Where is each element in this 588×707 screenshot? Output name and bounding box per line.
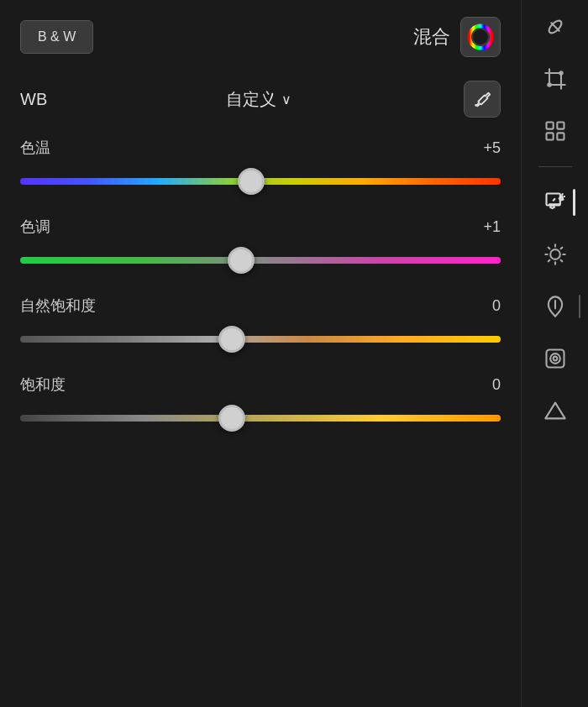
slider-vibrance-track[interactable] xyxy=(20,324,501,354)
svg-point-24 xyxy=(550,354,560,364)
enhance-icon[interactable] xyxy=(537,184,574,221)
slider-vibrance-name: 自然饱和度 xyxy=(20,296,96,316)
wb-label: WB xyxy=(20,90,54,109)
slider-section-saturation: 饱和度 0 xyxy=(20,374,501,433)
slider-temperature-value: +5 xyxy=(483,139,501,157)
slider-temperature-thumb[interactable] xyxy=(238,168,265,195)
heal-icon[interactable] xyxy=(537,8,574,45)
layers-icon[interactable] xyxy=(537,113,574,149)
slider-saturation-track[interactable] xyxy=(20,403,501,433)
svg-point-2 xyxy=(475,104,477,107)
slider-tint-thumb[interactable] xyxy=(228,247,255,274)
svg-line-19 xyxy=(560,260,562,262)
svg-rect-10 xyxy=(557,133,564,139)
slider-vibrance-value: 0 xyxy=(492,297,501,315)
slider-vibrance-thumb[interactable] xyxy=(218,326,245,353)
slider-section-vibrance: 自然饱和度 0 xyxy=(20,296,501,354)
slider-tint-track[interactable] xyxy=(20,245,501,275)
svg-point-25 xyxy=(553,357,557,361)
top-row: B & W 混合 xyxy=(20,17,501,57)
chevron-down-icon: ∨ xyxy=(281,92,291,107)
svg-rect-8 xyxy=(557,123,564,129)
svg-line-18 xyxy=(548,248,549,249)
sliders-container: 色温 +5 色调 +1 自然饱和度 0 xyxy=(20,138,501,453)
slider-section-temperature: 色温 +5 xyxy=(20,138,501,196)
svg-rect-9 xyxy=(546,133,553,139)
svg-rect-23 xyxy=(546,350,564,368)
svg-line-4 xyxy=(551,23,559,30)
mix-label: 混合 xyxy=(413,24,450,50)
svg-line-21 xyxy=(560,248,562,249)
slider-saturation-value: 0 xyxy=(492,376,501,394)
exposure-icon[interactable] xyxy=(537,236,574,273)
sidebar-divider-1 xyxy=(538,166,572,167)
slider-section-tint: 色调 +1 xyxy=(20,217,501,275)
svg-line-20 xyxy=(548,260,549,262)
svg-point-5 xyxy=(559,71,563,75)
mix-area: 混合 xyxy=(413,17,501,57)
svg-rect-7 xyxy=(546,123,553,129)
svg-point-13 xyxy=(550,249,560,259)
eyedropper-button[interactable] xyxy=(464,81,501,118)
separator-line xyxy=(579,295,580,318)
wb-preset-label: 自定义 xyxy=(226,88,276,111)
wb-row: WB 自定义 ∨ xyxy=(20,81,501,118)
svg-marker-26 xyxy=(545,403,564,419)
slider-temperature-name: 色温 xyxy=(20,138,50,158)
bw-button[interactable]: B & W xyxy=(20,20,93,54)
right-sidebar xyxy=(521,0,588,707)
wb-dropdown[interactable]: 自定义 ∨ xyxy=(226,88,291,111)
detail-icon[interactable] xyxy=(537,392,574,429)
active-indicator xyxy=(573,189,575,216)
crop-icon[interactable] xyxy=(537,60,574,97)
slider-tint-value: +1 xyxy=(483,218,501,236)
lens-icon[interactable] xyxy=(537,340,574,377)
svg-point-12 xyxy=(560,196,561,196)
slider-tint-name: 色调 xyxy=(20,217,50,237)
color-icon[interactable] xyxy=(537,288,574,325)
slider-saturation-thumb[interactable] xyxy=(218,405,245,432)
main-panel: B & W 混合 xyxy=(0,0,521,707)
svg-point-1 xyxy=(473,29,488,45)
slider-saturation-name: 饱和度 xyxy=(20,374,66,395)
svg-point-6 xyxy=(548,83,551,86)
color-wheel-button[interactable] xyxy=(460,17,501,57)
slider-temperature-track[interactable] xyxy=(20,166,501,196)
